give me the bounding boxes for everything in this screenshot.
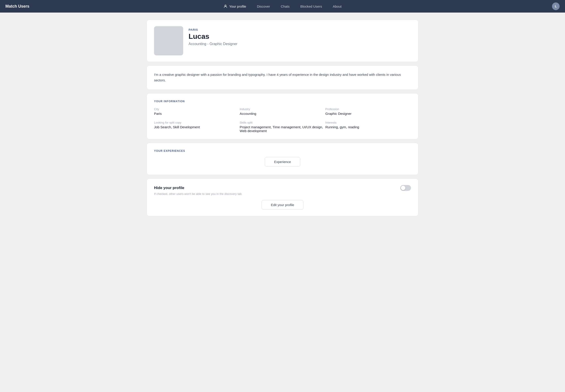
avatar-letter: L: [555, 4, 557, 8]
profile-info: PARIS Lucas Accounting - Graphic Designe…: [189, 26, 237, 46]
hide-profile-description: If checked, other users won't be able to…: [154, 192, 411, 196]
nav-item-blocked-users[interactable]: Blocked Users: [295, 3, 327, 10]
profile-name: Lucas: [189, 32, 237, 41]
bio-text: I'm a creative graphic designer with a p…: [154, 72, 411, 83]
nav-label-chats: Chats: [281, 4, 289, 8]
nav-menu: Your profile Discover Chats Blocked User…: [218, 2, 347, 10]
info-label-profession: Profession: [325, 107, 411, 111]
profile-header-card: PARIS Lucas Accounting - Graphic Designe…: [147, 20, 418, 62]
edit-profile-button[interactable]: Edit your profile: [262, 200, 303, 210]
main-content: PARIS Lucas Accounting - Graphic Designe…: [141, 20, 424, 216]
info-value-profession: Graphic Designer: [325, 112, 411, 115]
hide-profile-header: Hide your profile: [154, 185, 411, 191]
bio-card: I'm a creative graphic designer with a p…: [147, 66, 418, 90]
nav-label-discover: Discover: [257, 4, 270, 8]
information-section-label: YOUR INFORMATION: [154, 100, 411, 103]
info-value-city: Paris: [154, 112, 240, 115]
brand-logo[interactable]: Match Users: [5, 4, 29, 9]
info-label-city: City: [154, 107, 240, 111]
hide-profile-title: Hide your profile: [154, 186, 184, 190]
nav-item-about[interactable]: About: [327, 3, 347, 10]
info-item-profession: Profession Graphic Designer: [325, 107, 411, 115]
navbar: Match Users Your profile Discover Chats …: [0, 0, 565, 13]
person-icon: [223, 4, 228, 8]
profile-avatar-image: [154, 26, 183, 56]
experience-button[interactable]: Experience: [265, 157, 300, 167]
info-item-interests: Interests Running, gym, reading: [325, 121, 411, 133]
hide-profile-toggle[interactable]: [400, 185, 411, 191]
nav-label-your-profile: Your profile: [229, 4, 246, 8]
nav-item-your-profile[interactable]: Your profile: [218, 2, 251, 10]
svg-point-0: [225, 5, 226, 6]
info-label-skills: Skills split: [240, 121, 325, 124]
nav-item-discover[interactable]: Discover: [251, 3, 275, 10]
info-item-skills: Skills split Project management, Time ma…: [240, 121, 325, 133]
profile-profession: Accounting - Graphic Designer: [189, 42, 237, 46]
info-value-interests: Running, gym, reading: [325, 125, 411, 129]
info-label-interests: Interests: [325, 121, 411, 124]
info-item-looking-for: Looking for split copy Job Search, Skill…: [154, 121, 240, 133]
info-item-city: City Paris: [154, 107, 240, 115]
info-value-industry: Accounting: [240, 112, 325, 115]
nav-label-about: About: [333, 4, 342, 8]
toggle-knob: [401, 186, 405, 190]
user-avatar[interactable]: L: [552, 2, 560, 10]
info-item-industry: Industry Accounting: [240, 107, 325, 115]
experiences-section-label: YOUR EXPERIENCES: [154, 149, 411, 153]
hide-profile-card: Hide your profile If checked, other user…: [147, 179, 418, 216]
nav-item-chats[interactable]: Chats: [275, 3, 295, 10]
info-value-skills: Project management, Time management, UI/…: [240, 125, 325, 133]
information-card: YOUR INFORMATION City Paris Industry Acc…: [147, 93, 418, 139]
profile-city: PARIS: [189, 28, 237, 31]
info-label-industry: Industry: [240, 107, 325, 111]
nav-label-blocked-users: Blocked Users: [300, 4, 322, 8]
experiences-card: YOUR EXPERIENCES Experience: [147, 143, 418, 175]
info-grid: City Paris Industry Accounting Professio…: [154, 107, 411, 133]
info-value-looking-for: Job Search, Skill Development: [154, 125, 240, 129]
info-label-looking-for: Looking for split copy: [154, 121, 240, 124]
